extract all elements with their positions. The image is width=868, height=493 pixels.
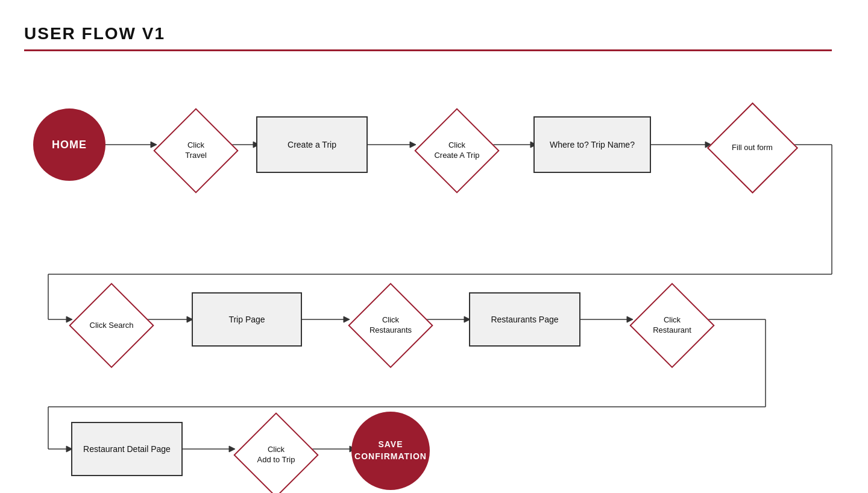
- click-restaurant-node: ClickRestaurant: [630, 283, 714, 368]
- restaurants-page-label: Restaurants Page: [491, 315, 558, 324]
- create-trip-node: Create a Trip: [256, 116, 368, 173]
- create-trip-rect: Create a Trip: [256, 116, 368, 173]
- create-trip-label: Create a Trip: [288, 140, 336, 149]
- click-restaurants-node: ClickRestaurants: [348, 283, 433, 368]
- save-confirmation-circle: SAVECONFIRMATION: [351, 412, 430, 490]
- click-create-trip-node: ClickCreate A Trip: [415, 108, 499, 193]
- click-search-node: Click Search: [69, 283, 154, 368]
- fill-out-form-label: Fill out form: [732, 143, 773, 153]
- home-circle: HOME: [33, 108, 105, 181]
- click-add-trip-label: ClickAdd to Trip: [257, 445, 295, 465]
- page-title: USER FLOW V1: [24, 24, 844, 43]
- click-search-diamond-wrapper: Click Search: [69, 283, 154, 368]
- restaurants-page-node: Restaurants Page: [469, 292, 580, 347]
- title-divider: [24, 49, 832, 51]
- click-restaurant-diamond-wrapper: ClickRestaurant: [630, 283, 714, 368]
- click-restaurants-label: ClickRestaurants: [370, 315, 412, 336]
- click-travel-node: ClickTravel: [154, 108, 238, 193]
- save-confirmation-node: SAVECONFIRMATION: [351, 412, 430, 490]
- where-to-node: Where to? Trip Name?: [533, 116, 651, 173]
- where-to-label: Where to? Trip Name?: [550, 140, 635, 149]
- save-confirmation-label: SAVECONFIRMATION: [354, 439, 427, 462]
- click-add-trip-node: ClickAdd to Trip: [234, 413, 318, 493]
- click-create-trip-label: ClickCreate A Trip: [434, 140, 479, 161]
- where-to-rect: Where to? Trip Name?: [533, 116, 651, 173]
- trip-page-node: Trip Page: [192, 292, 302, 347]
- click-create-trip-diamond-wrapper: ClickCreate A Trip: [415, 108, 499, 193]
- trip-page-label: Trip Page: [228, 315, 265, 324]
- home-node: HOME: [33, 108, 105, 181]
- click-restaurant-label: ClickRestaurant: [653, 315, 691, 336]
- fill-out-form-node: Fill out form: [707, 102, 797, 193]
- trip-page-rect: Trip Page: [192, 292, 302, 347]
- fill-out-form-diamond-wrapper: Fill out form: [707, 102, 797, 193]
- page: USER FLOW V1: [0, 0, 868, 473]
- home-label: HOME: [52, 139, 87, 151]
- restaurants-page-rect: Restaurants Page: [469, 292, 580, 347]
- click-add-trip-diamond-wrapper: ClickAdd to Trip: [234, 413, 318, 493]
- restaurant-detail-rect: Restaurant Detail Page: [71, 422, 183, 476]
- flow-diagram: HOME ClickTravel Create a Trip ClickCrea…: [24, 69, 868, 461]
- restaurant-detail-label: Restaurant Detail Page: [83, 444, 171, 454]
- click-travel-diamond-wrapper: ClickTravel: [154, 108, 238, 193]
- click-restaurants-diamond-wrapper: ClickRestaurants: [348, 283, 433, 368]
- click-search-label: Click Search: [90, 321, 134, 331]
- restaurant-detail-node: Restaurant Detail Page: [71, 422, 183, 476]
- click-travel-label: ClickTravel: [185, 140, 207, 161]
